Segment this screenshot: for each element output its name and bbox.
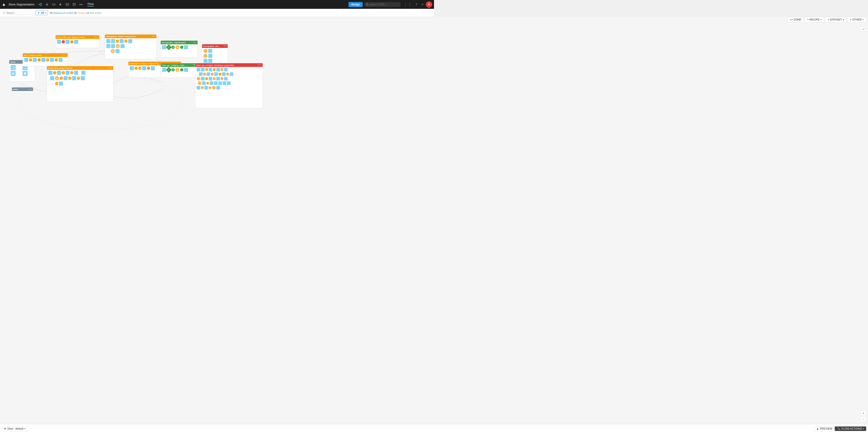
df-node-orange2[interactable]: ◆: [111, 49, 115, 53]
more-nav-btn[interactable]: •••: [78, 2, 84, 7]
zone-transactions-preprocessing[interactable]: transactions_preprocessing ··· ✎ ⤢ ⚙ ⚙ ⚙…: [47, 66, 114, 102]
df-node-orange[interactable]: ◆: [116, 44, 120, 48]
sd-recipe-2[interactable]: →: [213, 68, 216, 71]
search-field[interactable]: [6, 11, 32, 14]
ss-recipe-1[interactable]: ✦: [166, 67, 172, 72]
flow-nav-btn[interactable]: [37, 2, 43, 7]
filter-button[interactable]: ▼ All ▾: [35, 11, 48, 15]
sd-node-18[interactable]: [218, 81, 222, 85]
sp-node-2[interactable]: [33, 58, 37, 62]
sd-node-orange1[interactable]: [197, 77, 200, 81]
df-node-1[interactable]: [106, 39, 110, 43]
ss-recipe-2[interactable]: ⚙: [172, 68, 175, 71]
st-node-2[interactable]: [66, 40, 70, 44]
zone-demographic-segmentation[interactable]: demographic_segmentation ··· ✎ ⤢ ✦ ⚙ ◆ →: [160, 40, 198, 57]
st-recipe-1[interactable]: ✕: [62, 40, 65, 43]
dd-node-6[interactable]: [208, 59, 212, 63]
tp-node-2[interactable]: [57, 71, 61, 75]
tf-node-2[interactable]: [142, 66, 146, 70]
zone-sales-dashboard[interactable]: sales_per_category_dashboard_preparation…: [195, 63, 263, 108]
tp-node-7[interactable]: [64, 76, 68, 80]
search-input[interactable]: [364, 2, 401, 7]
sp-node-5[interactable]: [59, 58, 63, 62]
dd-node-3[interactable]: [204, 54, 208, 58]
dd-node-5[interactable]: [204, 59, 208, 63]
tp-node-10[interactable]: [59, 82, 63, 86]
tp-recipe-5[interactable]: ⚙: [68, 76, 71, 80]
df-node-7[interactable]: [121, 44, 125, 48]
sd-node-7[interactable]: [207, 72, 210, 76]
sd-node-9[interactable]: [222, 72, 225, 76]
sd-recipe-12[interactable]: ⚙: [201, 86, 204, 89]
sd-node-19[interactable]: [223, 81, 226, 85]
df-recipe-2[interactable]: ⚙: [124, 39, 127, 43]
sd-node-2[interactable]: [201, 68, 205, 71]
apps-icon[interactable]: ⋮⋮: [402, 2, 413, 7]
sd-recipe-10[interactable]: ⚙: [221, 77, 223, 80]
zone-store-traits[interactable]: store_traits_area_preprocessing ··· ✎ ⤢ …: [55, 35, 99, 48]
sd-node-orange2[interactable]: [198, 81, 202, 85]
sd-recipe-8[interactable]: →: [205, 77, 208, 80]
sd-recipe-5[interactable]: ⚙: [211, 73, 214, 75]
tp-recipe-6[interactable]: ⚙: [77, 76, 80, 80]
settings-nav-btn[interactable]: [44, 2, 50, 7]
tp-node-4[interactable]: [74, 71, 78, 75]
sd-recipe-7[interactable]: ⚙: [226, 73, 229, 75]
sd-node-6[interactable]: [199, 72, 203, 76]
ds-recipe-2[interactable]: ⚙: [172, 45, 175, 49]
sd-node-orange3[interactable]: [212, 86, 216, 90]
tf-recipe-3[interactable]: →: [147, 67, 150, 70]
ds-recipe-3[interactable]: →: [180, 45, 183, 49]
tp-recipe-4[interactable]: ⚙: [60, 76, 63, 80]
df-recipe-1[interactable]: ⊕: [116, 39, 119, 43]
sd-node-13[interactable]: [216, 77, 220, 81]
dd-node-2[interactable]: [208, 49, 212, 53]
df-node-5[interactable]: [106, 44, 110, 48]
sd-node-8[interactable]: [214, 72, 218, 76]
sd-recipe-4[interactable]: ⚙: [203, 73, 206, 75]
st-node-1[interactable]: [57, 40, 61, 44]
tp-recipe-3[interactable]: ⚙: [70, 71, 73, 74]
ds-model-1[interactable]: ◆: [176, 45, 180, 49]
recipes-link[interactable]: recipes: [78, 11, 86, 14]
sd-node-20[interactable]: [227, 81, 230, 85]
sd-node-12[interactable]: [209, 77, 212, 81]
sd-recipe-13[interactable]: ⚙: [209, 86, 211, 89]
jobs-nav-btn[interactable]: [64, 2, 70, 7]
tf-node-1[interactable]: [130, 66, 134, 70]
df-node-4[interactable]: [128, 39, 132, 43]
ss-model-1[interactable]: ◆: [176, 68, 180, 72]
sd-node-17[interactable]: [214, 81, 218, 85]
ds-recipe-1[interactable]: ✦: [166, 44, 172, 50]
sp-recipe-1[interactable]: ⚙: [29, 58, 32, 61]
tf-node-3[interactable]: [151, 66, 155, 70]
dd-node-4[interactable]: [208, 54, 212, 58]
sp-recipe-4[interactable]: →: [55, 58, 58, 61]
sd-recipe-6[interactable]: →: [219, 73, 221, 75]
ds-node-1[interactable]: [162, 45, 166, 49]
zone-demographic-feature[interactable]: demographic_feature_engineering ··· ✎ ⤢ …: [105, 34, 157, 59]
sp-recipe-3[interactable]: ⚙: [46, 58, 49, 61]
sp-node-1[interactable]: [24, 58, 28, 62]
external-link-icon[interactable]: ↗: [420, 3, 425, 6]
st-node-3[interactable]: [74, 40, 78, 44]
df-node-2[interactable]: [111, 39, 115, 43]
df-node-6[interactable]: [111, 44, 115, 48]
help-icon[interactable]: ?: [414, 3, 418, 6]
tp-node-9[interactable]: [81, 76, 85, 80]
user-avatar[interactable]: A: [426, 1, 432, 8]
models-link[interactable]: models: [65, 11, 73, 14]
sd-node-4[interactable]: [216, 68, 220, 71]
sd-node-23[interactable]: [216, 86, 220, 90]
sd-node-16[interactable]: [210, 81, 213, 85]
sd-node-21[interactable]: [197, 86, 200, 90]
tp-node-orange[interactable]: ◆: [55, 76, 59, 80]
sd-node-1[interactable]: [197, 68, 200, 71]
sp-node-3[interactable]: [41, 58, 45, 62]
sd-recipe-9[interactable]: ⚙: [213, 77, 216, 80]
flow-canvas[interactable]: inputs ··· ✎ ⤢ store_preprocessing: [0, 17, 434, 216]
wiki-nav-btn[interactable]: [71, 2, 77, 7]
ss-result-1[interactable]: [184, 68, 188, 72]
ss-recipe-3[interactable]: →: [180, 68, 183, 71]
sd-node-11[interactable]: [201, 77, 205, 81]
